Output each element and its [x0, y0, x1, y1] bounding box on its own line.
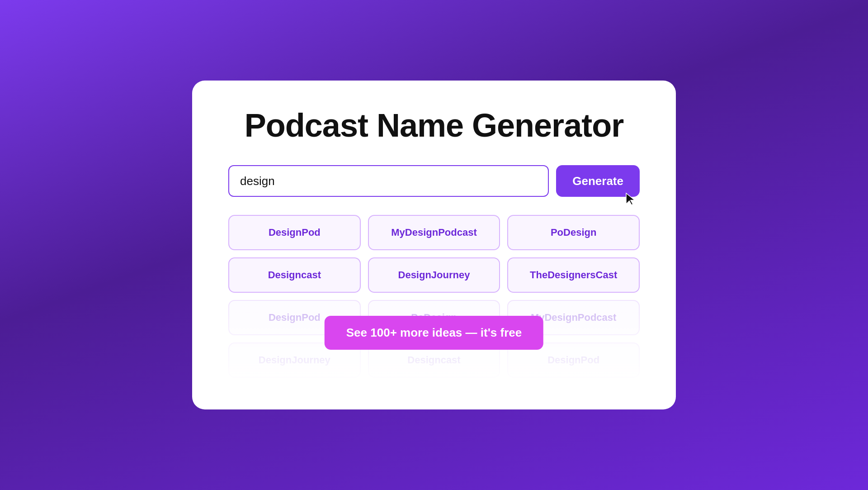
result-item[interactable]: PoDesign — [507, 215, 640, 250]
outer-background: Podcast Name Generator Generate DesignPo… — [0, 0, 868, 490]
blurred-results-container: DesignPod PoDesign MyDesignPodcast Desig… — [228, 300, 640, 378]
result-item[interactable]: Designcast — [228, 257, 361, 293]
result-item[interactable]: TheDesignersCast — [507, 257, 640, 293]
see-more-button[interactable]: See 100+ more ideas — it's free — [325, 316, 543, 350]
cursor-icon — [624, 192, 637, 207]
result-item[interactable]: MyDesignPodcast — [368, 215, 500, 250]
result-item[interactable]: DesignPod — [228, 215, 361, 250]
main-card: Podcast Name Generator Generate DesignPo… — [192, 81, 676, 409]
search-input[interactable] — [228, 165, 549, 197]
search-row: Generate — [228, 165, 640, 197]
page-title: Podcast Name Generator — [245, 108, 623, 143]
result-item[interactable]: DesignJourney — [368, 257, 500, 293]
results-grid: DesignPod MyDesignPodcast PoDesign Desig… — [228, 215, 640, 293]
generate-button[interactable]: Generate — [556, 165, 640, 197]
